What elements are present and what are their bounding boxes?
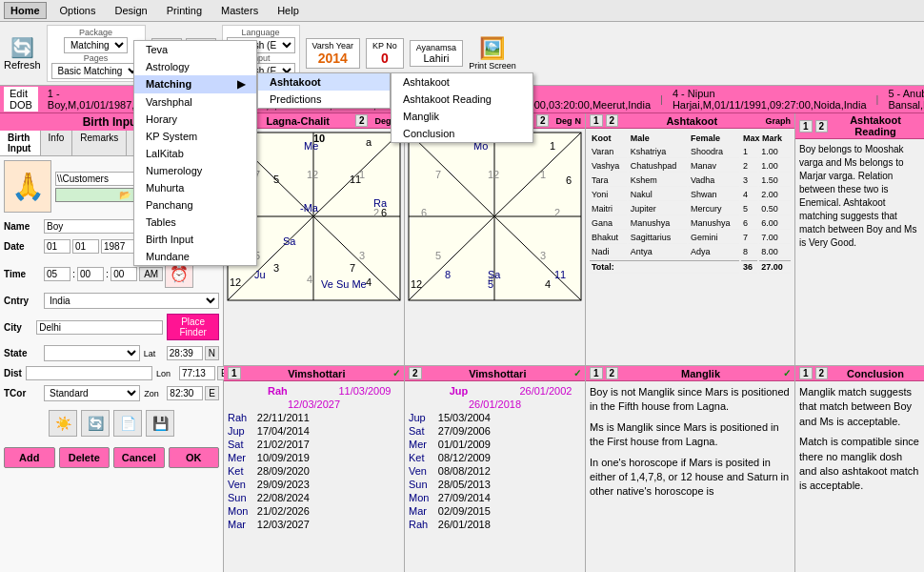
vim2-nav2[interactable]: 2 [409, 367, 422, 379]
package-select[interactable]: Matching [64, 37, 128, 53]
conclusion-paragraph: Manglik match suggests that match betwee… [799, 385, 920, 429]
lon-input[interactable] [179, 366, 215, 380]
menu-panchang[interactable]: Panchang [134, 196, 256, 214]
menu-lalkitab[interactable]: LalKitab [134, 145, 256, 162]
main-dropdown[interactable]: Teva Astrology Matching ▶ Varshphal Hora… [133, 40, 257, 266]
icon-btn-1[interactable]: ☀️ [49, 410, 77, 437]
delete-button[interactable]: Delete [59, 447, 110, 468]
ash-nav2[interactable]: 2 [606, 114, 619, 127]
svg-text:Sa: Sa [283, 235, 296, 247]
ashtakoot-submenu-list[interactable]: Ashtakoot Ashtakoot Reading Manglik Conc… [391, 72, 533, 143]
chalit-chart-canvas: 12 1 2 3 4 5 6 7 Mo 1 6 4 5 12 1 [405, 129, 585, 365]
menu-matching[interactable]: Matching ▶ [134, 75, 256, 93]
country-select[interactable]: India [44, 293, 219, 309]
menu-birth-input[interactable]: Birth Input [134, 231, 256, 248]
lagna-nav2[interactable]: 2 [355, 114, 369, 127]
lat-dir-button[interactable]: N [205, 346, 219, 360]
time-hh[interactable] [44, 267, 70, 281]
ok-button[interactable]: OK [169, 447, 220, 468]
edit-dob-button[interactable]: Edit DOB [4, 87, 38, 112]
ayanamsa-value: Lahiri [423, 52, 449, 64]
date-yyyy[interactable] [101, 239, 137, 254]
read-nav2[interactable]: 2 [815, 120, 829, 133]
sub-ashtakoot[interactable]: Ashtakoot [258, 73, 390, 91]
state-select[interactable] [44, 345, 140, 361]
name-label: Name [4, 221, 40, 232]
ampm-button[interactable]: AM [139, 267, 163, 281]
conclusion-paragraph: Match is compatible since there no mangl… [799, 435, 920, 494]
time-mm[interactable] [77, 267, 104, 281]
varsh-year-label: Varsh Year [312, 41, 353, 51]
sub-manglik[interactable]: Manglik [392, 108, 532, 125]
menu-kp-system[interactable]: KP System [134, 128, 256, 145]
menu-teva[interactable]: Teva [134, 41, 256, 58]
menu-help[interactable]: Help [271, 3, 305, 18]
menu-design[interactable]: Design [109, 3, 152, 18]
kp-no-value: 0 [381, 51, 389, 66]
svg-text:2: 2 [554, 207, 560, 218]
menu-options[interactable]: Options [54, 3, 102, 18]
matching-submenu-list[interactable]: Ashtakoot Predictions [257, 72, 391, 109]
add-button[interactable]: Add [4, 447, 55, 468]
icon-btn-4[interactable]: 💾 [146, 410, 174, 437]
date-dd[interactable] [44, 239, 70, 254]
vim1-nav1[interactable]: 1 [228, 367, 241, 379]
menu-varshphal[interactable]: Varshphal [134, 93, 256, 111]
pages-select[interactable]: Basic Matching [51, 63, 141, 79]
ash-nav1[interactable]: 1 [590, 114, 603, 127]
icon-btn-2[interactable]: 🔄 [81, 410, 110, 437]
svg-text:5: 5 [273, 174, 279, 185]
sub-ashtakoot-reading[interactable]: Ashtakoot Reading [392, 91, 532, 108]
date-mm[interactable] [72, 239, 99, 254]
dob-entry-4[interactable]: 4 - Nipun Harjai,M,01/11/1991,09:27:00,N… [667, 87, 873, 112]
vim1-content: Rah11/03/200912/03/2027Rah22/11/2011Jup1… [224, 381, 404, 534]
menu-masters[interactable]: Masters [215, 3, 264, 18]
cancel-button[interactable]: Cancel [113, 447, 165, 468]
svg-text:11: 11 [350, 174, 361, 185]
sub-predictions[interactable]: Predictions [258, 91, 390, 108]
lat-input[interactable] [167, 346, 203, 360]
icon-btn-3[interactable]: 📄 [113, 410, 142, 437]
landscape-button[interactable]: 🖼️ Print Screen [469, 36, 516, 71]
vimshottari2-section: 2 Vimshottari ✓ Jup26/01/200226/01/2018J… [405, 366, 586, 572]
conc-nav1[interactable]: 1 [799, 367, 813, 379]
tab-info[interactable]: Info [41, 131, 73, 155]
mang-nav1[interactable]: 1 [590, 367, 603, 379]
place-finder-button[interactable]: Place Finder [167, 314, 219, 340]
tcor-select[interactable]: Standard [44, 385, 140, 401]
menu-astrology[interactable]: Astrology [134, 58, 256, 75]
home-button[interactable]: Home [4, 2, 47, 19]
vim-row: Ket08/12/2009 [409, 452, 581, 463]
menu-tables[interactable]: Tables [134, 214, 256, 231]
conc-nav2[interactable]: 2 [815, 367, 829, 379]
conclusion-content: Manglik match suggests that match betwee… [795, 381, 924, 503]
dob-entry-5[interactable]: 5 - Anubhav Bansal,M,16/08/1984,14:43:00… [882, 87, 924, 112]
sub-ashtakoot-item[interactable]: Ashtakoot [392, 73, 532, 91]
vim-row: Mar02/09/2015 [409, 505, 581, 517]
menu-horary[interactable]: Horary [134, 111, 256, 128]
menu-numerology[interactable]: Numerology [134, 162, 256, 179]
svg-text:7: 7 [435, 169, 441, 180]
refresh-button[interactable]: 🔄 Refresh [4, 36, 41, 71]
menu-mundane[interactable]: Mundane [134, 248, 256, 265]
manglik-text3: In one's horoscope if Mars is posited in… [590, 456, 791, 500]
tab-birth-input[interactable]: Birth Input [0, 131, 41, 155]
lagna-chalit-section: 1 Lagna-Chalit 2 Deg N [405, 113, 586, 365]
package-group: Package Matching Pages Basic Matching [47, 25, 146, 82]
read-nav1[interactable]: 1 [799, 120, 813, 133]
svg-text:6: 6 [381, 207, 387, 218]
sub-conclusion[interactable]: Conclusion [392, 125, 532, 142]
chalit-nav2[interactable]: 2 [536, 114, 550, 127]
mang-nav2[interactable]: 2 [606, 367, 619, 379]
zon-input[interactable] [167, 386, 203, 400]
dist-input[interactable] [26, 366, 152, 380]
reading-header: 1 2 Ashtakoot Reading [795, 113, 924, 139]
city-input[interactable] [36, 320, 163, 335]
ayanamsa-label: Ayanamsa [416, 43, 456, 52]
menu-muhurta[interactable]: Muhurta [134, 179, 256, 196]
vim-row: Rah22/11/2011 [228, 412, 400, 423]
time-ss[interactable] [110, 267, 137, 281]
menu-printing[interactable]: Printing [161, 3, 208, 18]
tab-remarks[interactable]: Remarks [72, 131, 127, 155]
zon-dir-button[interactable]: E [205, 386, 219, 400]
